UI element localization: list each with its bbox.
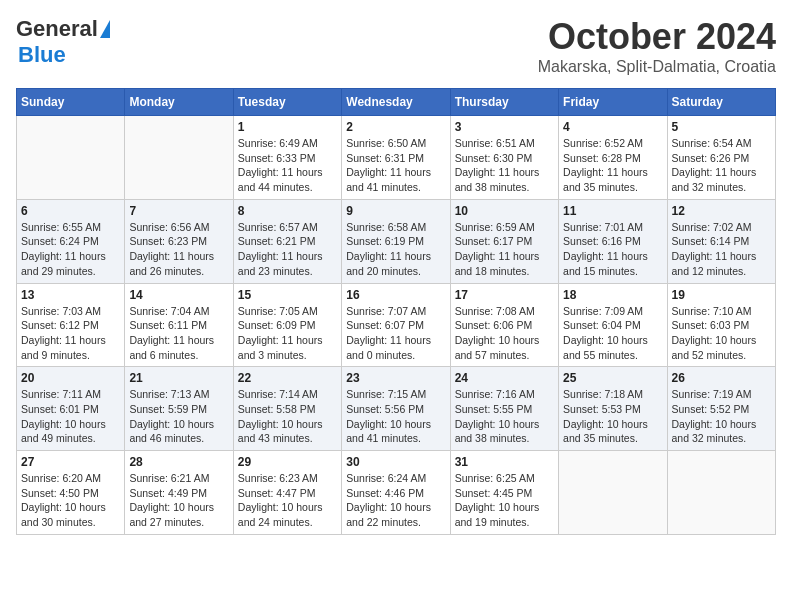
day-number: 25 [563, 371, 662, 385]
calendar-cell: 19Sunrise: 7:10 AMSunset: 6:03 PMDayligh… [667, 283, 775, 367]
calendar-cell: 7Sunrise: 6:56 AMSunset: 6:23 PMDaylight… [125, 199, 233, 283]
daylight-text: Daylight: 11 hours and 6 minutes. [129, 333, 228, 362]
sunrise-text: Sunrise: 6:59 AM [455, 220, 554, 235]
sunrise-text: Sunrise: 7:19 AM [672, 387, 771, 402]
day-info: Sunrise: 6:55 AMSunset: 6:24 PMDaylight:… [21, 220, 120, 279]
calendar-cell: 13Sunrise: 7:03 AMSunset: 6:12 PMDayligh… [17, 283, 125, 367]
daylight-text: Daylight: 11 hours and 29 minutes. [21, 249, 120, 278]
daylight-text: Daylight: 11 hours and 26 minutes. [129, 249, 228, 278]
logo-triangle-icon [100, 20, 110, 38]
calendar-cell: 10Sunrise: 6:59 AMSunset: 6:17 PMDayligh… [450, 199, 558, 283]
sunrise-text: Sunrise: 6:52 AM [563, 136, 662, 151]
calendar-cell: 22Sunrise: 7:14 AMSunset: 5:58 PMDayligh… [233, 367, 341, 451]
calendar-cell: 16Sunrise: 7:07 AMSunset: 6:07 PMDayligh… [342, 283, 450, 367]
sunrise-text: Sunrise: 6:20 AM [21, 471, 120, 486]
sunset-text: Sunset: 4:46 PM [346, 486, 445, 501]
day-number: 6 [21, 204, 120, 218]
sunrise-text: Sunrise: 6:24 AM [346, 471, 445, 486]
sunset-text: Sunset: 6:24 PM [21, 234, 120, 249]
calendar-cell: 23Sunrise: 7:15 AMSunset: 5:56 PMDayligh… [342, 367, 450, 451]
daylight-text: Daylight: 10 hours and 43 minutes. [238, 417, 337, 446]
weekday-header-wednesday: Wednesday [342, 89, 450, 116]
daylight-text: Daylight: 10 hours and 46 minutes. [129, 417, 228, 446]
sunrise-text: Sunrise: 6:58 AM [346, 220, 445, 235]
day-info: Sunrise: 7:15 AMSunset: 5:56 PMDaylight:… [346, 387, 445, 446]
sunrise-text: Sunrise: 7:15 AM [346, 387, 445, 402]
daylight-text: Daylight: 10 hours and 41 minutes. [346, 417, 445, 446]
sunrise-text: Sunrise: 7:04 AM [129, 304, 228, 319]
sunset-text: Sunset: 6:33 PM [238, 151, 337, 166]
daylight-text: Daylight: 11 hours and 0 minutes. [346, 333, 445, 362]
daylight-text: Daylight: 10 hours and 22 minutes. [346, 500, 445, 529]
day-info: Sunrise: 6:23 AMSunset: 4:47 PMDaylight:… [238, 471, 337, 530]
day-info: Sunrise: 6:49 AMSunset: 6:33 PMDaylight:… [238, 136, 337, 195]
day-number: 26 [672, 371, 771, 385]
day-number: 30 [346, 455, 445, 469]
day-number: 23 [346, 371, 445, 385]
day-info: Sunrise: 6:20 AMSunset: 4:50 PMDaylight:… [21, 471, 120, 530]
day-number: 31 [455, 455, 554, 469]
day-info: Sunrise: 7:05 AMSunset: 6:09 PMDaylight:… [238, 304, 337, 363]
sunset-text: Sunset: 5:52 PM [672, 402, 771, 417]
calendar-cell: 25Sunrise: 7:18 AMSunset: 5:53 PMDayligh… [559, 367, 667, 451]
day-info: Sunrise: 7:09 AMSunset: 6:04 PMDaylight:… [563, 304, 662, 363]
day-info: Sunrise: 6:57 AMSunset: 6:21 PMDaylight:… [238, 220, 337, 279]
daylight-text: Daylight: 10 hours and 32 minutes. [672, 417, 771, 446]
calendar-cell: 17Sunrise: 7:08 AMSunset: 6:06 PMDayligh… [450, 283, 558, 367]
day-number: 3 [455, 120, 554, 134]
day-number: 19 [672, 288, 771, 302]
day-number: 10 [455, 204, 554, 218]
weekday-header-friday: Friday [559, 89, 667, 116]
weekday-header-monday: Monday [125, 89, 233, 116]
daylight-text: Daylight: 11 hours and 18 minutes. [455, 249, 554, 278]
day-number: 18 [563, 288, 662, 302]
calendar-cell [667, 451, 775, 535]
calendar-table: SundayMondayTuesdayWednesdayThursdayFrid… [16, 88, 776, 535]
logo-blue: Blue [18, 42, 66, 67]
sunrise-text: Sunrise: 6:49 AM [238, 136, 337, 151]
day-info: Sunrise: 7:14 AMSunset: 5:58 PMDaylight:… [238, 387, 337, 446]
weekday-header-tuesday: Tuesday [233, 89, 341, 116]
sunset-text: Sunset: 4:50 PM [21, 486, 120, 501]
sunset-text: Sunset: 6:28 PM [563, 151, 662, 166]
sunset-text: Sunset: 5:56 PM [346, 402, 445, 417]
day-info: Sunrise: 7:11 AMSunset: 6:01 PMDaylight:… [21, 387, 120, 446]
sunset-text: Sunset: 4:45 PM [455, 486, 554, 501]
sunset-text: Sunset: 6:04 PM [563, 318, 662, 333]
day-info: Sunrise: 6:54 AMSunset: 6:26 PMDaylight:… [672, 136, 771, 195]
calendar-cell: 11Sunrise: 7:01 AMSunset: 6:16 PMDayligh… [559, 199, 667, 283]
day-number: 7 [129, 204, 228, 218]
title-section: October 2024 Makarska, Split-Dalmatia, C… [538, 16, 776, 76]
calendar-cell: 6Sunrise: 6:55 AMSunset: 6:24 PMDaylight… [17, 199, 125, 283]
day-number: 17 [455, 288, 554, 302]
sunrise-text: Sunrise: 6:21 AM [129, 471, 228, 486]
day-number: 2 [346, 120, 445, 134]
daylight-text: Daylight: 10 hours and 35 minutes. [563, 417, 662, 446]
sunset-text: Sunset: 4:47 PM [238, 486, 337, 501]
day-info: Sunrise: 6:25 AMSunset: 4:45 PMDaylight:… [455, 471, 554, 530]
calendar-cell: 9Sunrise: 6:58 AMSunset: 6:19 PMDaylight… [342, 199, 450, 283]
day-number: 5 [672, 120, 771, 134]
sunset-text: Sunset: 6:23 PM [129, 234, 228, 249]
month-title: October 2024 [538, 16, 776, 58]
calendar-cell: 8Sunrise: 6:57 AMSunset: 6:21 PMDaylight… [233, 199, 341, 283]
day-number: 16 [346, 288, 445, 302]
calendar-cell: 15Sunrise: 7:05 AMSunset: 6:09 PMDayligh… [233, 283, 341, 367]
day-info: Sunrise: 7:01 AMSunset: 6:16 PMDaylight:… [563, 220, 662, 279]
daylight-text: Daylight: 11 hours and 32 minutes. [672, 165, 771, 194]
daylight-text: Daylight: 11 hours and 35 minutes. [563, 165, 662, 194]
calendar-cell: 3Sunrise: 6:51 AMSunset: 6:30 PMDaylight… [450, 116, 558, 200]
sunrise-text: Sunrise: 7:05 AM [238, 304, 337, 319]
sunrise-text: Sunrise: 6:55 AM [21, 220, 120, 235]
day-number: 9 [346, 204, 445, 218]
day-number: 21 [129, 371, 228, 385]
calendar-cell: 21Sunrise: 7:13 AMSunset: 5:59 PMDayligh… [125, 367, 233, 451]
sunrise-text: Sunrise: 7:01 AM [563, 220, 662, 235]
daylight-text: Daylight: 10 hours and 49 minutes. [21, 417, 120, 446]
day-info: Sunrise: 6:58 AMSunset: 6:19 PMDaylight:… [346, 220, 445, 279]
sunset-text: Sunset: 5:53 PM [563, 402, 662, 417]
day-number: 28 [129, 455, 228, 469]
calendar-cell: 18Sunrise: 7:09 AMSunset: 6:04 PMDayligh… [559, 283, 667, 367]
sunset-text: Sunset: 6:06 PM [455, 318, 554, 333]
calendar-cell: 12Sunrise: 7:02 AMSunset: 6:14 PMDayligh… [667, 199, 775, 283]
